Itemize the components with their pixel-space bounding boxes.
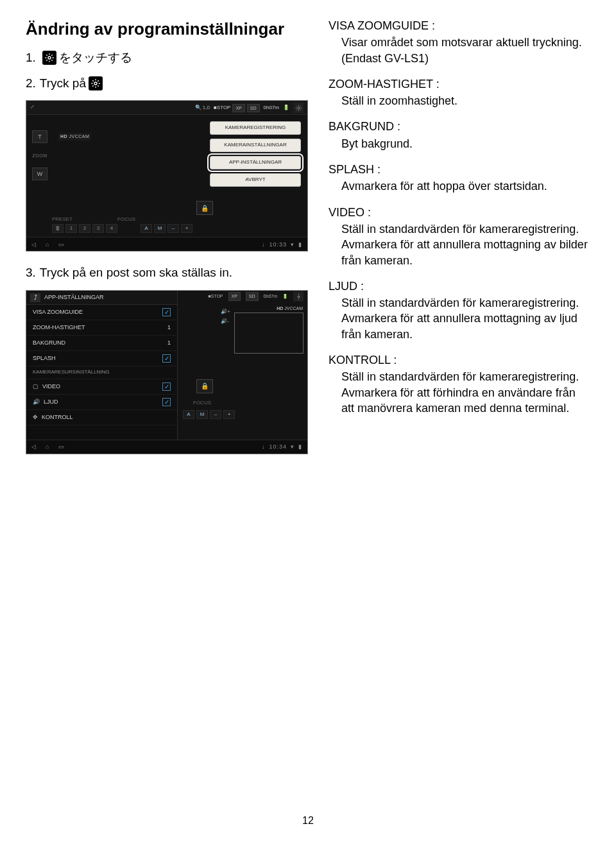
settings-menu: KAMERAREGISTRERING KAMERAINSTÄLLNINGAR A… <box>210 121 301 186</box>
menu-app-settings[interactable]: APP-INSTÄLLNINGAR <box>210 156 301 169</box>
row-video[interactable]: ▢VIDEO ✓ <box>26 379 177 395</box>
checkbox-checked-icon[interactable]: ✓ <box>162 308 171 316</box>
preset-3[interactable]: 3 <box>92 224 104 233</box>
step-3: 3. Tryck på en post som ska ställas in. <box>26 264 308 281</box>
step-2-num: 2. <box>26 75 36 92</box>
svg-point-0 <box>48 56 51 59</box>
gear-button[interactable] <box>293 103 304 113</box>
def-desc: Ställ in standardvärden för kameraregist… <box>329 369 590 384</box>
row-label: LJUD <box>44 399 58 405</box>
lock-button[interactable]: 🔒 <box>196 201 213 215</box>
step-1: 1. をタッチする <box>26 49 308 66</box>
def-ljud: LJUD : Ställ in standardvärden för kamer… <box>329 279 590 342</box>
android-nav: ◁ ⌂ ▭ <box>31 241 65 248</box>
checkbox-checked-icon[interactable]: ✓ <box>162 382 171 391</box>
recents-icon[interactable]: ▭ <box>58 443 65 450</box>
preset-1[interactable]: 1 <box>65 224 77 233</box>
stop-indicator: ■STOP <box>214 105 230 112</box>
preset-label: PRESET <box>52 216 73 223</box>
recents-icon[interactable]: ▭ <box>58 241 65 248</box>
sd-chip: SD <box>246 292 259 300</box>
focus-auto[interactable]: A <box>141 224 152 233</box>
preset-2[interactable]: 2 <box>79 224 90 233</box>
stop-indicator: ■STOP <box>208 293 223 299</box>
control-icon: ✥ <box>33 414 38 420</box>
page-number: 12 <box>26 814 590 828</box>
back-icon[interactable]: ◁ <box>31 443 37 450</box>
gear-icon <box>42 51 56 65</box>
preset-4[interactable]: 4 <box>106 224 117 233</box>
def-bakgrund: BAKGRUND : Byt bakgrund. <box>329 119 590 151</box>
menu-cancel[interactable]: AVBRYT <box>210 173 301 187</box>
notif-icon: ↓ <box>262 443 266 450</box>
focus-label: FOCUS <box>117 216 135 223</box>
step-2-text: Tryck på <box>40 75 86 92</box>
def-desc: Avmarkera för att förhindra en användare… <box>329 385 590 416</box>
zoom-wide-button[interactable]: W <box>32 167 47 180</box>
screenshot-camera-menu: ⤢ 🔍 1,0 ■STOP XP SD 0h07m 🔋 <box>26 100 308 252</box>
wifi-icon: ▾ <box>291 443 295 450</box>
zoom-value: 1,0 <box>203 105 210 110</box>
zoom-tele-button[interactable]: T <box>32 130 47 143</box>
def-splash: SPLASH : Avmarkera för att hoppa över st… <box>329 162 590 194</box>
focus-minus[interactable]: – <box>210 410 221 419</box>
row-splash[interactable]: SPLASH ✓ <box>26 351 177 366</box>
back-icon[interactable]: ◁ <box>31 241 37 248</box>
row-kontroll[interactable]: ✥KONTROLL <box>26 410 177 425</box>
focus-manual[interactable]: M <box>196 410 208 419</box>
vol-down-icon[interactable]: 🔊- <box>221 318 230 325</box>
checkbox-checked-icon[interactable]: ✓ <box>162 354 171 363</box>
android-nav: ◁ ⌂ ▭ <box>31 443 65 450</box>
def-desc: (Endast GV-LS1) <box>329 51 590 66</box>
preset-buttons: 🗑 1 2 3 4 <box>52 224 117 233</box>
step-1-text: をタッチする <box>59 49 132 66</box>
home-icon[interactable]: ⌂ <box>46 443 49 450</box>
def-term: LJUD : <box>329 279 590 294</box>
def-desc: Avmarkera för att annullera mottagning a… <box>329 311 590 342</box>
step-3-text: Tryck på en post som ska ställas in. <box>40 264 232 281</box>
notif-icon: ↓ <box>262 241 266 248</box>
focus-auto[interactable]: A <box>183 410 194 419</box>
def-desc: Ställ in standardvärden för kameraregist… <box>329 295 590 311</box>
menu-camera-settings[interactable]: KAMERAINSTÄLLNINGAR <box>210 139 301 152</box>
row-label: ZOOM-HASTIGHET <box>33 323 85 331</box>
svg-point-2 <box>298 107 300 109</box>
jvccam-chip: JVCCAM <box>284 306 303 311</box>
clock: 10:34 <box>269 443 287 450</box>
def-desc: Visar området som motsvarar aktuell tryc… <box>329 35 590 50</box>
step-1-num: 1. <box>26 49 36 66</box>
focus-plus[interactable]: + <box>181 224 193 233</box>
focus-manual[interactable]: M <box>154 224 166 233</box>
lock-button[interactable]: 🔒 <box>196 379 213 393</box>
home-icon[interactable]: ⌂ <box>46 241 49 248</box>
focus-plus[interactable]: + <box>223 410 235 419</box>
svg-point-1 <box>94 82 97 85</box>
zoom-label: ZOOM <box>33 153 47 159</box>
back-button[interactable]: ⤴ <box>30 293 40 302</box>
checkbox-checked-icon[interactable]: ✓ <box>162 398 171 406</box>
screenshot-app-settings: ⤴ APP-INSTÄLLNINGAR VISA ZOOMGUIDE ✓ ZOO… <box>26 290 308 454</box>
def-zoom-hastighet: ZOOM-HASTIGHET : Ställ in zoomhastighet. <box>329 76 590 109</box>
page-title: Ändring av programinställningar <box>26 18 308 40</box>
row-visa-zoomguide[interactable]: VISA ZOOMGUIDE ✓ <box>26 305 177 320</box>
row-label: BAKGRUND <box>33 339 65 347</box>
def-visa-zoomguide: VISA ZOOMGUIDE : Visar området som motsv… <box>329 18 590 66</box>
gear-button[interactable] <box>293 291 304 302</box>
def-term: KONTROLL : <box>329 352 590 368</box>
battery-icon: ▮ <box>298 241 302 248</box>
row-ljud[interactable]: 🔊LJUD ✓ <box>26 395 177 410</box>
xp-chip: XP <box>228 292 241 300</box>
row-label: KAMERARESURSINSTÄLLNING <box>33 369 110 376</box>
row-zoom-hastighet[interactable]: ZOOM-HASTIGHET 1 <box>26 320 177 336</box>
def-desc: Avmarkera för att annullera mottagning a… <box>329 237 590 268</box>
vol-up-icon[interactable]: 🔊+ <box>221 309 230 316</box>
svg-point-3 <box>298 296 300 298</box>
preset-del[interactable]: 🗑 <box>52 224 64 233</box>
menu-camera-registration[interactable]: KAMERAREGISTRERING <box>210 121 301 135</box>
def-desc: Ställ in zoomhastighet. <box>329 93 590 108</box>
def-term: ZOOM-HASTIGHET : <box>329 76 590 92</box>
rec-time: 0h07m <box>264 293 277 299</box>
def-term: SPLASH : <box>329 162 590 177</box>
focus-minus[interactable]: – <box>167 224 179 233</box>
row-bakgrund[interactable]: BAKGRUND 1 <box>26 336 177 351</box>
